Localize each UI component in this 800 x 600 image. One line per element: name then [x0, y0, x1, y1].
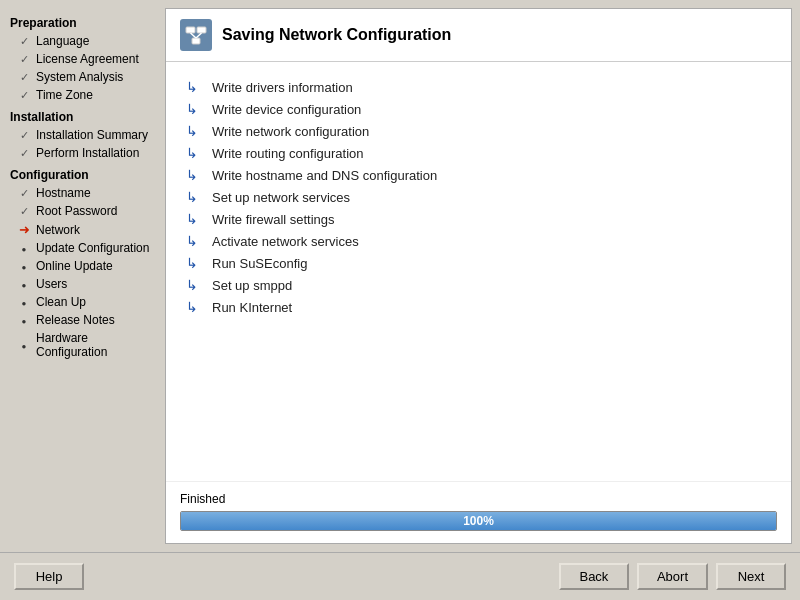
- sidebar-item-cleanup[interactable]: Clean Up: [0, 293, 165, 311]
- task-label-t11: Run KInternet: [212, 300, 292, 315]
- sidebar-item-label-hardware: Hardware Configuration: [36, 331, 155, 359]
- check-icon: [16, 35, 32, 48]
- task-item-t5: ↳Write hostname and DNS configuration: [186, 164, 771, 186]
- task-check-icon: ↳: [186, 145, 204, 161]
- svg-rect-2: [192, 38, 200, 44]
- task-item-t9: ↳Run SuSEconfig: [186, 252, 771, 274]
- task-label-t5: Write hostname and DNS configuration: [212, 168, 437, 183]
- sidebar-item-label-onlineupdate: Online Update: [36, 259, 155, 273]
- sidebar-section-configuration: Configuration: [0, 162, 165, 184]
- task-item-t2: ↳Write device configuration: [186, 98, 771, 120]
- dot-icon: [16, 260, 32, 272]
- bottom-bar: Help Back Abort Next: [0, 552, 800, 600]
- sidebar-item-label-perform: Perform Installation: [36, 146, 155, 160]
- check-icon: [16, 53, 32, 66]
- task-check-icon: ↳: [186, 255, 204, 271]
- sidebar-item-label-hostname: Hostname: [36, 186, 155, 200]
- task-check-icon: ↳: [186, 189, 204, 205]
- sidebar-item-label-sysanalysis: System Analysis: [36, 70, 155, 84]
- dot-icon: [16, 339, 32, 351]
- sidebar-section-installation: Installation: [0, 104, 165, 126]
- sidebar-item-hostname[interactable]: Hostname: [0, 184, 165, 202]
- task-check-icon: ↳: [186, 299, 204, 315]
- task-item-t4: ↳Write routing configuration: [186, 142, 771, 164]
- svg-rect-0: [186, 27, 195, 33]
- dot-icon: [16, 278, 32, 290]
- sidebar-item-users[interactable]: Users: [0, 275, 165, 293]
- sidebar-item-releasenotes[interactable]: Release Notes: [0, 311, 165, 329]
- sidebar-item-hardware[interactable]: Hardware Configuration: [0, 329, 165, 361]
- page-title: Saving Network Configuration: [222, 26, 451, 44]
- sidebar-item-timezone[interactable]: Time Zone: [0, 86, 165, 104]
- svg-rect-1: [197, 27, 206, 33]
- sidebar-item-label-cleanup: Clean Up: [36, 295, 155, 309]
- task-check-icon: ↳: [186, 211, 204, 227]
- task-check-icon: ↳: [186, 233, 204, 249]
- task-label-t10: Set up smppd: [212, 278, 292, 293]
- status-label: Finished: [180, 492, 777, 506]
- task-check-icon: ↳: [186, 79, 204, 95]
- task-check-icon: ↳: [186, 101, 204, 117]
- help-button[interactable]: Help: [14, 563, 84, 590]
- task-check-icon: ↳: [186, 277, 204, 293]
- sidebar-item-label-update: Update Configuration: [36, 241, 155, 255]
- abort-button[interactable]: Abort: [637, 563, 708, 590]
- content-body: ↳Write drivers information↳Write device …: [166, 62, 791, 481]
- sidebar-item-language[interactable]: Language: [0, 32, 165, 50]
- arrow-icon: [16, 222, 32, 237]
- sidebar-item-perform[interactable]: Perform Installation: [0, 144, 165, 162]
- check-icon: [16, 71, 32, 84]
- progress-label: 100%: [181, 514, 776, 528]
- content-area: Saving Network Configuration ↳Write driv…: [165, 8, 792, 544]
- content-footer: Finished 100%: [166, 481, 791, 543]
- task-item-t1: ↳Write drivers information: [186, 76, 771, 98]
- back-button[interactable]: Back: [559, 563, 629, 590]
- check-icon: [16, 147, 32, 160]
- sidebar-item-label-timezone: Time Zone: [36, 88, 155, 102]
- task-item-t7: ↳Write firewall settings: [186, 208, 771, 230]
- sidebar-item-rootpwd[interactable]: Root Password: [0, 202, 165, 220]
- task-check-icon: ↳: [186, 123, 204, 139]
- sidebar-item-label-rootpwd: Root Password: [36, 204, 155, 218]
- task-label-t4: Write routing configuration: [212, 146, 364, 161]
- sidebar-item-label-users: Users: [36, 277, 155, 291]
- progress-bar: 100%: [180, 511, 777, 531]
- check-icon: [16, 89, 32, 102]
- content-wrapper: Saving Network Configuration ↳Write driv…: [165, 0, 800, 552]
- svg-line-4: [196, 33, 202, 38]
- sidebar-item-summary[interactable]: Installation Summary: [0, 126, 165, 144]
- task-item-t10: ↳Set up smppd: [186, 274, 771, 296]
- task-label-t8: Activate network services: [212, 234, 359, 249]
- sidebar: PreparationLanguageLicense AgreementSyst…: [0, 0, 165, 552]
- check-icon: [16, 129, 32, 142]
- task-item-t11: ↳Run KInternet: [186, 296, 771, 318]
- task-check-icon: ↳: [186, 167, 204, 183]
- sidebar-item-sysanalysis[interactable]: System Analysis: [0, 68, 165, 86]
- task-label-t1: Write drivers information: [212, 80, 353, 95]
- task-item-t6: ↳Set up network services: [186, 186, 771, 208]
- sidebar-item-update[interactable]: Update Configuration: [0, 239, 165, 257]
- content-header: Saving Network Configuration: [166, 9, 791, 62]
- task-label-t9: Run SuSEconfig: [212, 256, 307, 271]
- next-button[interactable]: Next: [716, 563, 786, 590]
- dot-icon: [16, 296, 32, 308]
- sidebar-item-network[interactable]: Network: [0, 220, 165, 239]
- dot-icon: [16, 314, 32, 326]
- check-icon: [16, 205, 32, 218]
- task-label-t7: Write firewall settings: [212, 212, 335, 227]
- sidebar-item-label-releasenotes: Release Notes: [36, 313, 155, 327]
- sidebar-section-preparation: Preparation: [0, 10, 165, 32]
- task-item-t3: ↳Write network configuration: [186, 120, 771, 142]
- sidebar-item-label-license: License Agreement: [36, 52, 155, 66]
- sidebar-item-label-summary: Installation Summary: [36, 128, 155, 142]
- sidebar-item-onlineupdate[interactable]: Online Update: [0, 257, 165, 275]
- check-icon: [16, 187, 32, 200]
- sidebar-item-license[interactable]: License Agreement: [0, 50, 165, 68]
- task-label-t2: Write device configuration: [212, 102, 361, 117]
- svg-line-3: [191, 33, 197, 38]
- sidebar-item-label-language: Language: [36, 34, 155, 48]
- task-label-t6: Set up network services: [212, 190, 350, 205]
- network-config-icon: [180, 19, 212, 51]
- dot-icon: [16, 242, 32, 254]
- task-item-t8: ↳Activate network services: [186, 230, 771, 252]
